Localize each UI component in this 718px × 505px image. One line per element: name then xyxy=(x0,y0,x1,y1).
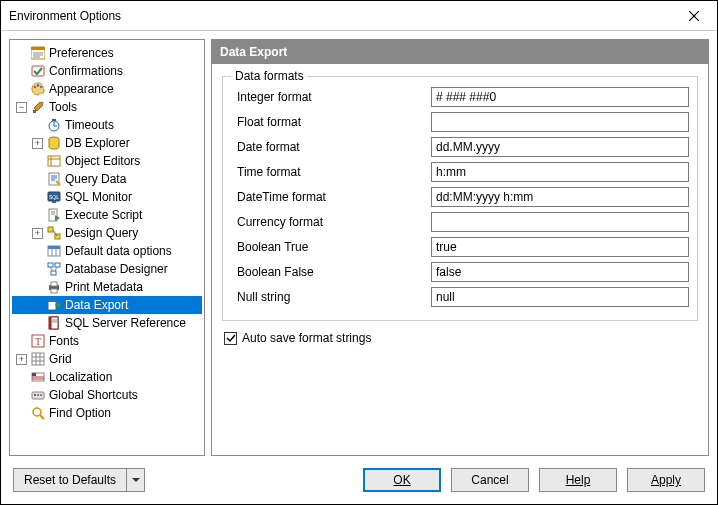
tree-item-query-data[interactable]: Query Data xyxy=(12,170,202,188)
group-label: Data formats xyxy=(231,69,308,83)
reset-defaults-split: Reset to Defaults xyxy=(13,468,145,492)
ok-button[interactable]: OK xyxy=(363,468,441,492)
svg-rect-18 xyxy=(48,156,60,166)
cancel-button[interactable]: Cancel xyxy=(451,468,529,492)
data-export-icon xyxy=(46,297,62,313)
boolean-true-label: Boolean True xyxy=(231,240,431,254)
null-string-input[interactable] xyxy=(431,287,689,307)
svg-point-67 xyxy=(33,408,41,416)
appearance-icon xyxy=(30,81,46,97)
object-editors-icon xyxy=(46,153,62,169)
null-string-label: Null string xyxy=(231,290,431,304)
tree-item-find-option[interactable]: Find Option xyxy=(12,404,202,422)
svg-rect-64 xyxy=(34,394,36,396)
tree-item-design-query[interactable]: + Design Query xyxy=(12,224,202,242)
tree-item-global-shortcuts[interactable]: Global Shortcuts xyxy=(12,386,202,404)
auto-save-checkbox[interactable]: Auto save format strings xyxy=(222,331,698,345)
svg-rect-65 xyxy=(37,394,39,396)
tree-item-object-editors[interactable]: Object Editors xyxy=(12,152,202,170)
tree-item-execute-script[interactable]: Execute Script xyxy=(12,206,202,224)
tree-item-fonts[interactable]: T Fonts xyxy=(12,332,202,350)
svg-line-42 xyxy=(55,267,57,271)
tree-item-default-data-options[interactable]: Default data options xyxy=(12,242,202,260)
database-designer-icon xyxy=(46,261,62,277)
tree-item-print-metadata[interactable]: Print Metadata xyxy=(12,278,202,296)
svg-rect-35 xyxy=(48,246,60,249)
help-button[interactable]: Help xyxy=(539,468,617,492)
svg-line-41 xyxy=(50,267,53,271)
grid-icon xyxy=(30,351,46,367)
sql-server-reference-icon xyxy=(46,315,62,331)
tree-item-confirmations[interactable]: Confirmations xyxy=(12,62,202,80)
reset-defaults-dropdown[interactable] xyxy=(127,468,145,492)
tree-item-sql-server-reference[interactable]: SQL Server Reference xyxy=(12,314,202,332)
svg-text:T: T xyxy=(35,336,41,347)
execute-script-icon xyxy=(46,207,62,223)
close-button[interactable] xyxy=(679,5,709,27)
tree-item-tools[interactable]: − Tools xyxy=(12,98,202,116)
expand-icon[interactable]: + xyxy=(16,354,27,365)
currency-format-input[interactable] xyxy=(431,212,689,232)
collapse-icon[interactable]: − xyxy=(16,102,27,113)
checkbox-icon xyxy=(224,332,237,345)
confirmations-icon xyxy=(30,63,46,79)
svg-rect-16 xyxy=(52,119,56,121)
float-format-input[interactable] xyxy=(431,112,689,132)
fonts-icon: T xyxy=(30,333,46,349)
svg-rect-44 xyxy=(51,282,57,286)
date-format-input[interactable] xyxy=(431,137,689,157)
design-query-icon xyxy=(46,225,62,241)
default-data-options-icon xyxy=(46,243,62,259)
sql-monitor-icon: SQL xyxy=(46,189,62,205)
boolean-false-input[interactable] xyxy=(431,262,689,282)
svg-rect-31 xyxy=(48,227,53,232)
svg-point-8 xyxy=(34,86,36,88)
preferences-icon xyxy=(30,45,46,61)
boolean-true-input[interactable] xyxy=(431,237,689,257)
window-title: Environment Options xyxy=(9,9,121,23)
svg-rect-3 xyxy=(31,47,45,50)
dialog-footer: Reset to Defaults OK Cancel Help Apply xyxy=(1,456,717,504)
data-formats-group: Data formats Integer format Float format… xyxy=(222,76,698,321)
time-format-label: Time format xyxy=(231,165,431,179)
tree-item-database-designer[interactable]: Database Designer xyxy=(12,260,202,278)
svg-rect-66 xyxy=(40,394,42,396)
global-shortcuts-icon xyxy=(30,387,46,403)
integer-format-label: Integer format xyxy=(231,90,431,104)
expand-icon[interactable]: + xyxy=(32,228,43,239)
dialog-window: Environment Options Preferences Confirma… xyxy=(0,0,718,505)
tree-item-grid[interactable]: + Grid xyxy=(12,350,202,368)
boolean-false-label: Boolean False xyxy=(231,265,431,279)
chevron-down-icon xyxy=(132,478,140,482)
panel-title: Data Export xyxy=(212,40,708,64)
print-metadata-icon xyxy=(46,279,62,295)
datetime-format-input[interactable] xyxy=(431,187,689,207)
tools-icon xyxy=(30,99,46,115)
reset-defaults-button[interactable]: Reset to Defaults xyxy=(13,468,127,492)
tree-item-data-export[interactable]: Data Export xyxy=(12,296,202,314)
tree-item-localization[interactable]: Localization xyxy=(12,368,202,386)
tree-item-sql-monitor[interactable]: SQL SQL Monitor xyxy=(12,188,202,206)
tree-item-timeouts[interactable]: Timeouts xyxy=(12,116,202,134)
currency-format-label: Currency format xyxy=(231,215,431,229)
svg-rect-27 xyxy=(52,201,56,203)
svg-point-11 xyxy=(41,102,44,105)
integer-format-input[interactable] xyxy=(431,87,689,107)
db-explorer-icon xyxy=(46,135,62,151)
nav-tree[interactable]: Preferences Confirmations Appearance − T… xyxy=(9,39,205,456)
apply-button[interactable]: Apply xyxy=(627,468,705,492)
expand-icon[interactable]: + xyxy=(32,138,43,149)
svg-text:SQL: SQL xyxy=(49,194,59,200)
timeouts-icon xyxy=(46,117,62,133)
titlebar: Environment Options xyxy=(1,1,717,31)
tree-item-preferences[interactable]: Preferences xyxy=(12,44,202,62)
svg-rect-39 xyxy=(55,263,60,267)
tree-item-db-explorer[interactable]: + DB Explorer xyxy=(12,134,202,152)
time-format-input[interactable] xyxy=(431,162,689,182)
tree-item-appearance[interactable]: Appearance xyxy=(12,80,202,98)
svg-point-10 xyxy=(40,86,42,88)
svg-rect-38 xyxy=(48,263,53,267)
svg-rect-49 xyxy=(51,317,58,329)
localization-icon xyxy=(30,369,46,385)
datetime-format-label: DateTime format xyxy=(231,190,431,204)
